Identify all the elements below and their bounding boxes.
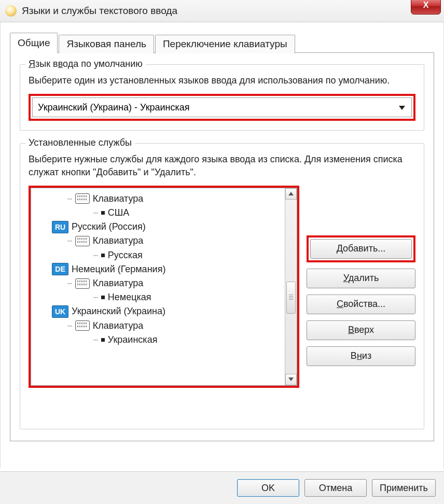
scroll-up-button[interactable]: [285, 188, 297, 200]
tree-label: Русский (Россия): [72, 220, 146, 233]
tree-connector: ┈: [67, 234, 72, 247]
remove-button[interactable]: Удалить: [307, 269, 415, 288]
highlight-default-dropdown: Украинский (Украина) - Украинская: [29, 94, 415, 121]
lang-badge-icon: RU: [52, 221, 68, 233]
tree-label: Немецкая: [108, 291, 151, 304]
tree-layout-node[interactable]: ┈ Немецкая: [36, 291, 283, 304]
arrow-up-icon: [288, 192, 294, 195]
app-icon: [5, 5, 17, 17]
group-title: Язык ввода по умолчанию: [25, 59, 146, 69]
group-title: Установленные службы: [25, 137, 135, 148]
highlight-tree: ┈ Клавиатура ┈ США: [29, 186, 299, 388]
tab-general[interactable]: Общие: [10, 33, 58, 53]
tree-connector: ┈: [93, 249, 98, 262]
cancel-button[interactable]: Отмена: [304, 479, 367, 497]
ok-button[interactable]: OK: [237, 479, 299, 497]
tree-label: США: [108, 206, 130, 219]
tree-layout-node[interactable]: ┈ Украинская: [36, 333, 283, 346]
title-bar: Языки и службы текстового ввода X: [0, 0, 444, 22]
services-desc: Выберите нужные службы для каждого языка…: [29, 153, 415, 178]
bullet-icon: [101, 254, 105, 257]
add-button[interactable]: Добавить...: [310, 239, 412, 259]
tree-language-node[interactable]: DE Немецкий (Германия): [36, 263, 283, 276]
scroll-thumb[interactable]: [286, 282, 296, 314]
bullet-icon: [101, 211, 105, 215]
close-button[interactable]: X: [411, 0, 441, 15]
default-language-group: Язык ввода по умолчанию document.current…: [20, 64, 424, 131]
keyboard-icon: [75, 278, 90, 289]
move-up-button[interactable]: Вверх: [307, 320, 415, 340]
tree-language-node[interactable]: RU Русский (Россия): [36, 220, 283, 233]
move-down-button[interactable]: Вниз: [307, 346, 415, 366]
tree-label: Клавиатура: [93, 234, 144, 247]
services-tree[interactable]: ┈ Клавиатура ┈ США: [31, 188, 285, 385]
tree-wrap: ┈ Клавиатура ┈ США: [29, 186, 299, 388]
tree-connector: ┈: [93, 333, 98, 346]
tab-language-bar[interactable]: Языковая панель: [59, 35, 154, 53]
content-area: Общие Языковая панель Переключение клави…: [0, 22, 444, 468]
tree-language-node[interactable]: UK Украинский (Украина): [36, 305, 283, 318]
bullet-icon: [101, 296, 105, 299]
services-tree-panel: ┈ Клавиатура ┈ США: [31, 188, 297, 386]
arrow-down-icon: [288, 377, 294, 381]
default-language-desc: Выберите один из установленных языков вв…: [29, 74, 415, 87]
tab-body: Язык ввода по умолчанию document.current…: [10, 52, 434, 441]
dialog-window: Языки и службы текстового ввода X Общие …: [0, 0, 444, 504]
tree-scrollbar[interactable]: [285, 188, 297, 385]
lang-badge-icon: UK: [52, 305, 68, 318]
tab-strip: Общие Языковая панель Переключение клави…: [10, 33, 434, 53]
tree-connector: ┈: [67, 277, 72, 290]
tree-label: Русская: [108, 249, 143, 262]
apply-button[interactable]: Применить: [372, 479, 436, 497]
lang-badge-icon: DE: [52, 263, 68, 275]
tree-label: Клавиатура: [93, 277, 144, 290]
highlight-add-button: Добавить...: [307, 235, 415, 262]
tree-keyboard-node[interactable]: ┈ Клавиатура: [36, 234, 283, 247]
default-language-select[interactable]: Украинский (Украина) - Украинская: [32, 97, 412, 117]
tree-keyboard-node[interactable]: ┈ Клавиатура: [36, 319, 283, 332]
keyboard-icon: [75, 236, 90, 246]
tree-keyboard-node[interactable]: ┈ Клавиатура: [36, 277, 283, 290]
tree-connector: ┈: [93, 206, 98, 219]
bullet-icon: [101, 338, 105, 342]
keyboard-icon: [75, 320, 90, 331]
installed-services-group: Установленные службы Выберите нужные слу…: [20, 143, 424, 429]
tree-label: Немецкий (Германия): [72, 263, 165, 276]
tree-connector: ┈: [67, 319, 72, 332]
tree-label: Клавиатура: [93, 319, 144, 332]
window-title: Языки и службы текстового ввода: [22, 5, 177, 17]
tab-keyboard-switch[interactable]: Переключение клавиатуры: [155, 35, 295, 53]
services-row: ┈ Клавиатура ┈ США: [29, 186, 415, 388]
tree-label: Украинский (Украина): [72, 305, 165, 318]
properties-button[interactable]: Свойства...: [307, 295, 415, 314]
default-language-value: Украинский (Украина) - Украинская: [38, 102, 190, 113]
tree-connector: ┈: [93, 291, 98, 304]
tree-label: Украинская: [108, 333, 158, 346]
tree-connector: ┈: [67, 192, 72, 205]
tree-layout-node[interactable]: ┈ США: [36, 206, 283, 219]
side-buttons: Добавить... Добавить... Удалить Удалить …: [307, 186, 415, 388]
tree-keyboard-node[interactable]: ┈ Клавиатура: [36, 192, 283, 205]
scroll-down-button[interactable]: [285, 374, 297, 385]
tree-label: Клавиатура: [93, 192, 144, 205]
tree-layout-node[interactable]: ┈ Русская: [36, 249, 283, 262]
dialog-footer: OK Отмена Применить: [0, 471, 444, 504]
keyboard-icon: [75, 193, 90, 204]
